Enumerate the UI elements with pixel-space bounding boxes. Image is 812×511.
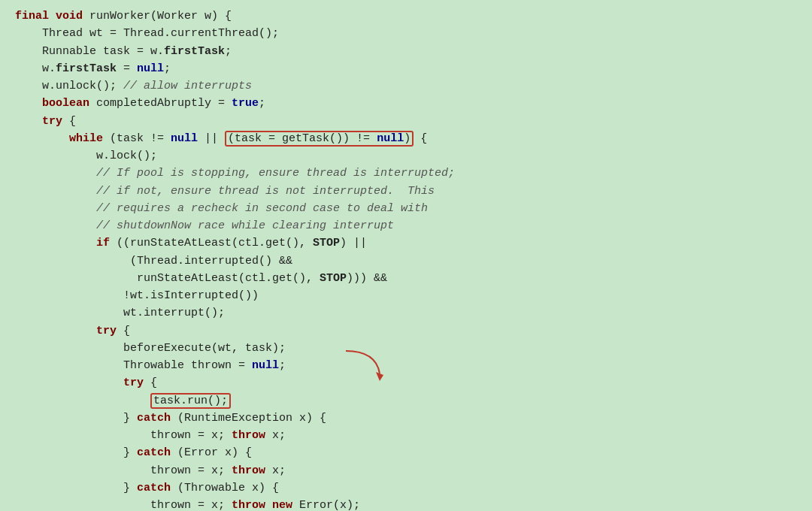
- code-line-20: beforeExecute(wt, task);: [15, 340, 797, 357]
- code-line-18: wt.interrupt();: [15, 304, 797, 322]
- code-line-2: Thread wt = Thread.currentThread();: [15, 25, 797, 42]
- code-editor: final void runWorker(Worker w) { Thread …: [0, 0, 812, 511]
- code-line-23: task.run();: [15, 392, 797, 410]
- code-line-21: Throwable thrown = null;: [15, 357, 797, 374]
- code-line-13: // shutdownNow race while clearing inter…: [15, 217, 797, 234]
- code-line-3: Runnable task = w.firstTask;: [15, 43, 797, 60]
- code-line-16: runStateAtLeast(ctl.get(), STOP))) &&: [15, 270, 797, 287]
- code-line-19: try {: [15, 322, 797, 340]
- code-line-22: try {: [15, 374, 797, 392]
- code-line-14: if ((runStateAtLeast(ctl.get(), STOP) ||: [15, 234, 797, 252]
- code-line-17: !wt.isInterrupted()): [15, 287, 797, 304]
- code-line-26: } catch (Error x) {: [15, 444, 797, 461]
- code-line-11: // if not, ensure thread is not interrup…: [15, 183, 797, 200]
- code-line-10: // If pool is stopping, ensure thread is…: [15, 165, 797, 182]
- code-line-15: (Thread.interrupted() &&: [15, 252, 797, 270]
- code-line-24: } catch (RuntimeException x) {: [15, 410, 797, 427]
- code-line-25: thrown = x; throw x;: [15, 427, 797, 444]
- code-line-12: // requires a recheck in second case to …: [15, 200, 797, 217]
- code-line-9: w.lock();: [15, 147, 797, 165]
- code-line-29: thrown = x; throw new Error(x);: [15, 497, 797, 511]
- code-line-7: try {: [15, 113, 797, 130]
- code-line-27: thrown = x; throw x;: [15, 462, 797, 479]
- code-line-5: w.unlock(); // allow interrupts: [15, 77, 797, 95]
- code-line-28: } catch (Throwable x) {: [15, 479, 797, 497]
- code-line-8: while (task != null || (task = getTask()…: [15, 130, 797, 147]
- code-line-4: w.firstTask = null;: [15, 60, 797, 77]
- code-line-6: boolean completedAbruptly = true;: [15, 95, 797, 112]
- code-line-1: final void runWorker(Worker w) {: [15, 8, 797, 25]
